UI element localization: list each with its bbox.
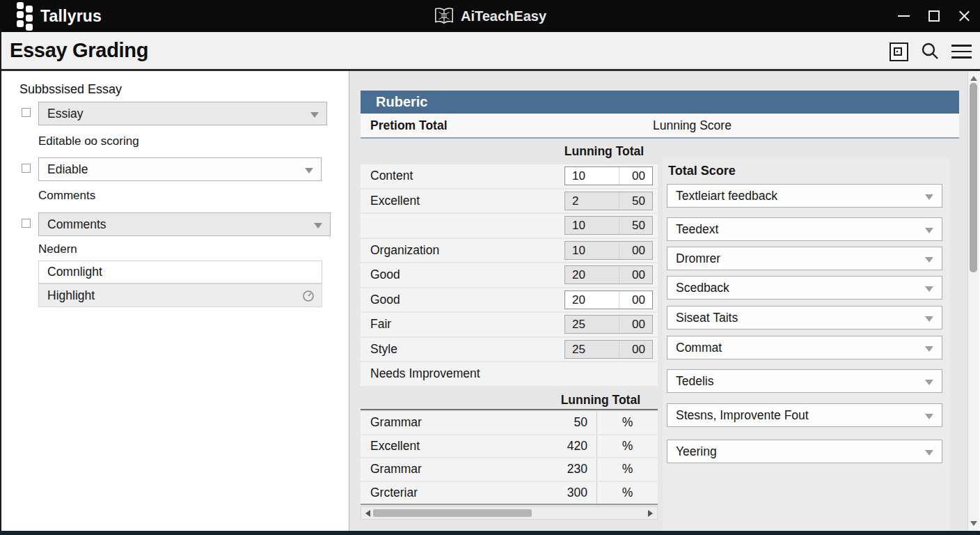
- feedback-dropdown[interactable]: Tedelis: [667, 369, 942, 393]
- maximize-button[interactable]: [928, 10, 940, 22]
- scroll-right-icon[interactable]: [648, 510, 653, 517]
- page-title: Essay Grading: [10, 39, 148, 62]
- scroll-left-icon[interactable]: [365, 510, 370, 517]
- feedback-dropdown[interactable]: Siseat Taits: [667, 306, 942, 329]
- brand-name: AiTeachEasy: [461, 8, 546, 24]
- chevron-down-icon: [925, 380, 933, 385]
- chevron-down-icon: [925, 228, 933, 233]
- window-bottom-bar: [0, 531, 980, 535]
- highlight-value: Highlight: [47, 288, 95, 302]
- score-cell[interactable]: 25 00: [564, 340, 653, 359]
- rubric-title-bar: Ruberic: [361, 91, 959, 114]
- table-row: Good 20 00: [361, 288, 658, 312]
- essay-checkbox[interactable]: [22, 108, 31, 117]
- comments-dropdown-value: Comments: [47, 217, 106, 231]
- highlight-item[interactable]: Highlight: [38, 284, 322, 307]
- window-left-edge: [0, 32, 1, 531]
- row-label: Grammar: [361, 412, 535, 434]
- scrollbar-thumb[interactable]: [970, 83, 977, 272]
- feedback-dropdown[interactable]: Commat: [667, 336, 942, 359]
- pretiom-total-label: Pretiom Total: [370, 114, 448, 137]
- row-unit: %: [596, 435, 658, 458]
- score-cell[interactable]: 10 50: [564, 216, 653, 235]
- row-value: 50: [535, 412, 596, 434]
- row-value: 230: [535, 458, 596, 481]
- row-label: Grcteriar: [361, 482, 535, 504]
- horizontal-scrollbar[interactable]: [361, 506, 658, 520]
- row-unit: %: [596, 482, 658, 504]
- section1-header: Lunning Total: [548, 144, 660, 159]
- brand-area: AiTeachEasy: [434, 0, 546, 32]
- essay-dropdown[interactable]: Essiay: [38, 102, 327, 125]
- scrollbar-thumb[interactable]: [373, 509, 532, 517]
- scroll-up-icon[interactable]: [970, 76, 977, 81]
- app-window: Tallyrus AiTeachEasy Essay Grading: [0, 0, 980, 535]
- score-cell[interactable]: 10 00: [564, 166, 653, 185]
- table-row: Fair 25 00: [361, 313, 658, 336]
- feedback-dropdown[interactable]: Scedback: [667, 276, 942, 300]
- chevron-down-icon: [314, 223, 322, 228]
- feedback-dropdown[interactable]: Yeering: [667, 440, 942, 463]
- lunning-score-label: Lunning Score: [653, 114, 732, 137]
- row-unit: %: [596, 458, 658, 481]
- table-row: Grcteriar 300 %: [361, 482, 658, 504]
- chevron-down-icon: [925, 450, 933, 456]
- editable-dropdown[interactable]: Ediable: [38, 157, 322, 181]
- score-cell[interactable]: 10 00: [564, 241, 653, 260]
- score-cell[interactable]: 2 50: [564, 192, 653, 210]
- score-cell[interactable]: 20 00: [564, 265, 653, 284]
- totals-table: Lunning Total Grammar 50 % Excellent 420…: [361, 391, 658, 505]
- table-row: Grammar 230 %: [361, 458, 658, 481]
- comments-dropdown[interactable]: Comments: [38, 212, 331, 236]
- rubric-panel: Ruberic Pretiom Total Lunning Score Lunn…: [349, 71, 967, 531]
- scroll-down-icon[interactable]: [970, 521, 977, 526]
- chevron-down-icon: [925, 414, 933, 419]
- table-row: Excellent 420 %: [361, 435, 658, 458]
- main-content: Subbssised Essay Essiay Editable oo scor…: [0, 71, 980, 531]
- title-bar: Tallyrus AiTeachEasy: [0, 0, 980, 32]
- scoring-label: Editable oo scoring: [38, 134, 139, 148]
- table-row: Content 10 00: [361, 164, 658, 188]
- feedback-dropdown[interactable]: Dromrer: [667, 247, 942, 270]
- chevron-down-icon: [925, 316, 933, 322]
- editable-checkbox[interactable]: [22, 164, 31, 173]
- table-row: 10 50: [361, 214, 658, 238]
- comments-label: Comments: [38, 189, 95, 203]
- row-value: 420: [535, 435, 596, 458]
- section2-header: Lunning Total: [361, 391, 658, 410]
- search-icon[interactable]: [920, 42, 940, 61]
- row-label: Needs Improvement: [361, 362, 658, 386]
- score-cell[interactable]: 25 00: [564, 315, 653, 334]
- app-name: Tallyrus: [40, 7, 102, 26]
- comnlight-field[interactable]: Comnlight: [38, 261, 322, 284]
- chevron-down-icon: [310, 112, 319, 118]
- book-icon: [434, 6, 455, 26]
- table-row: Grammar 50 %: [361, 412, 658, 434]
- essay-dropdown-value: Essiay: [47, 107, 84, 121]
- vertical-scrollbar[interactable]: [967, 71, 979, 531]
- minimize-button[interactable]: [898, 15, 910, 17]
- close-button[interactable]: [958, 10, 970, 22]
- chevron-down-icon: [925, 257, 933, 263]
- tallyrus-logo-icon: [17, 2, 33, 31]
- table-row: Style 25 00: [361, 338, 658, 362]
- comments-checkbox[interactable]: [22, 219, 31, 228]
- chevron-down-icon: [925, 286, 933, 292]
- feedback-dropdown[interactable]: Stesns, Improvente Fout: [667, 403, 942, 427]
- chevron-down-icon: [925, 194, 933, 200]
- rubric-subheader-row: Pretiom Total Lunning Score: [361, 114, 959, 139]
- rubric-table: Content 10 00 Excellent 2 50: [361, 164, 658, 387]
- feedback-dropdown[interactable]: Textleiart feedback: [667, 184, 942, 208]
- score-cell[interactable]: 20 00: [564, 290, 653, 309]
- table-row: Good 20 00: [361, 263, 658, 287]
- row-label: Grammar: [361, 458, 535, 481]
- table-row: Organization 10 00: [361, 239, 658, 263]
- chevron-down-icon: [925, 346, 933, 352]
- comnlight-value: Comnlight: [47, 265, 102, 279]
- frame-icon[interactable]: [890, 42, 908, 61]
- nedern-label: Nedern: [38, 242, 77, 256]
- menu-icon[interactable]: [951, 45, 972, 59]
- clock-slash-icon: [302, 290, 315, 302]
- row-value: 300: [535, 482, 596, 504]
- feedback-dropdown[interactable]: Teedext: [667, 217, 942, 241]
